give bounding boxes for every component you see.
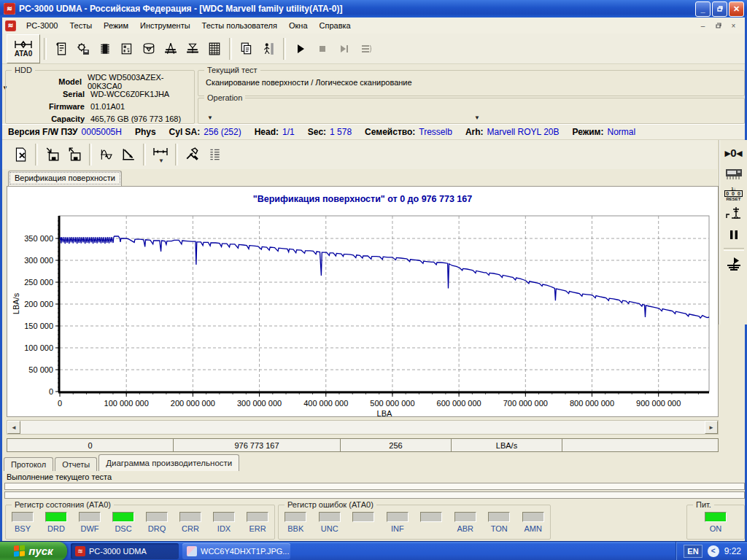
- pause-button[interactable]: [722, 225, 746, 244]
- x-tick-label: 100 000 000: [104, 399, 149, 408]
- led-label: DWF: [80, 524, 98, 533]
- taskbar-task-2[interactable]: WCC6Y4DHXT1P.JPG...: [182, 543, 290, 559]
- stop-test-button[interactable]: [311, 36, 333, 62]
- power-group: Пит. ON: [686, 505, 745, 540]
- user-exit-button[interactable]: [258, 36, 279, 62]
- grid-table-button[interactable]: [204, 36, 225, 62]
- chart-scrollbar[interactable]: ◄ ►: [7, 420, 719, 435]
- operation-dropdown2-icon[interactable]: ▼: [474, 114, 480, 121]
- power-legend: Пит.: [693, 500, 714, 509]
- led-indicator: [146, 512, 168, 522]
- status-item: Sec:1 578: [308, 127, 352, 137]
- ata0-port-button[interactable]: ATA0: [7, 34, 40, 63]
- chart-settings-button[interactable]: [182, 143, 204, 166]
- y-tick-label: 200 000: [24, 300, 53, 308]
- menu-item-инструменты[interactable]: Инструменты: [134, 19, 196, 32]
- clock: 9:22: [724, 546, 741, 556]
- register-led-cell: ERR: [242, 512, 273, 533]
- led-label: UNC: [321, 524, 338, 533]
- mdi-restore-button[interactable]: [711, 20, 725, 32]
- led-label: CRR: [182, 524, 199, 533]
- start-button[interactable]: пуск: [0, 542, 67, 560]
- language-indicator[interactable]: EN: [684, 545, 702, 558]
- taskbar-task-1[interactable]: ≋PC-3000 UDMA: [71, 543, 179, 559]
- footer-cell: LBA/s: [452, 438, 562, 452]
- pci-card-button[interactable]: [722, 164, 746, 183]
- power-drive-button[interactable]: [722, 254, 746, 273]
- test-compass-button[interactable]: [160, 36, 182, 62]
- run-test-button[interactable]: [290, 36, 311, 62]
- start-label: пуск: [28, 545, 53, 557]
- hide-icons-button[interactable]: <: [708, 545, 719, 557]
- system-tray: EN < 9:22: [676, 542, 747, 560]
- hdd-info-group: HDD ModelWDC WD5003AZEX-00K3CA0SerialWD-…: [5, 70, 195, 124]
- wave-chart-icon: [99, 147, 114, 162]
- range-dropdown-icon[interactable]: ▼: [158, 158, 164, 164]
- led-label: DSC: [115, 524, 131, 533]
- hdd-fields: ModelWDC WD5003AZEX-00K3CA0SerialWD-WCC6…: [6, 71, 194, 125]
- range-select-button[interactable]: ▼: [150, 143, 171, 166]
- status-item-value: Tresselb: [419, 127, 452, 137]
- y-tick-label: 50 000: [28, 365, 53, 374]
- funnel-icon: [186, 42, 199, 55]
- status-item-label: Sec:: [308, 127, 326, 137]
- save-data-button[interactable]: [42, 143, 63, 166]
- menu-item-окна[interactable]: Окна: [283, 19, 314, 32]
- status-item: Cyl SA:256 (252): [169, 127, 241, 137]
- step-test-button[interactable]: [333, 36, 355, 62]
- wave-view-button[interactable]: [96, 143, 117, 166]
- scroll-left-button[interactable]: ◄: [7, 421, 20, 434]
- led-label: ERR: [249, 524, 266, 533]
- copy-reports-button[interactable]: [236, 36, 258, 62]
- utility-report-button[interactable]: [50, 36, 72, 62]
- minimize-button[interactable]: _: [695, 1, 711, 17]
- task-queue-button[interactable]: [355, 36, 377, 62]
- close-button[interactable]: ✕: [729, 1, 744, 17]
- utility-settings-button[interactable]: [72, 36, 94, 62]
- tools-icon: [185, 147, 200, 162]
- hdd-field-row: Firmware01.01A01: [6, 100, 194, 112]
- bottom-tab-2[interactable]: Отчеты: [55, 457, 97, 471]
- menu-item-режим[interactable]: Режим: [98, 19, 134, 32]
- progress-bar-current: [4, 483, 745, 490]
- bottom-tab-1[interactable]: Протокол: [4, 457, 53, 471]
- terminal-probe-button[interactable]: [722, 205, 746, 224]
- operation-dropdown-icon[interactable]: ▼: [207, 114, 213, 121]
- floppy-out-icon: [67, 147, 82, 162]
- hdd-field-row: ModelWDC WD5003AZEX-00K3CA0: [6, 75, 194, 88]
- queue-icon: [360, 43, 373, 55]
- mdi-close-button[interactable]: ×: [727, 20, 740, 32]
- operation-group: Operation ▼ ▼: [198, 98, 745, 124]
- restore-button[interactable]: [712, 1, 727, 17]
- x-tick-label: 200 000 000: [171, 399, 215, 408]
- menu-item-pc-3000[interactable]: PC-3000: [20, 19, 63, 32]
- register-led-cell: DRD: [41, 512, 71, 533]
- status-item: Семейство:Tresselb: [365, 127, 452, 137]
- y-tick-label: 350 000: [24, 234, 53, 243]
- menu-item-справка[interactable]: Справка: [314, 19, 357, 32]
- mdi-minimize-button[interactable]: –: [696, 20, 710, 32]
- task-icon: [187, 546, 197, 556]
- funnel-test-button[interactable]: [182, 36, 204, 62]
- chart-title: "Верификация поверхности" от 0 до 976 77…: [7, 194, 718, 204]
- chip-button[interactable]: [94, 36, 116, 62]
- tab-surface-verification[interactable]: Верификация поверхности: [8, 171, 122, 186]
- recalibrate-button[interactable]: ▸0◂: [722, 144, 746, 163]
- reset-button[interactable]: 1↓0 0 0RESET: [722, 184, 746, 203]
- menu-bar: ≋ PC-3000ТестыРежимИнструментыТесты поль…: [2, 18, 745, 34]
- scroll-right-button[interactable]: ►: [705, 421, 718, 434]
- slope-view-button[interactable]: [117, 143, 139, 166]
- clear-report-button[interactable]: [9, 143, 31, 166]
- menu-item-тесты пользователя[interactable]: Тесты пользователя: [196, 19, 283, 32]
- parameters-button[interactable]: [204, 143, 225, 166]
- database-button[interactable]: [138, 36, 160, 62]
- plot-area: [59, 216, 709, 392]
- menu-item-тесты[interactable]: Тесты: [63, 19, 98, 32]
- resources-button[interactable]: [116, 36, 138, 62]
- load-data-button[interactable]: [63, 143, 85, 166]
- hdd-field-value: WDC WD5003AZEX-00K3CA0: [88, 73, 194, 90]
- progress-bar-total: [4, 491, 745, 499]
- register-led-cell: CRR: [175, 512, 206, 533]
- bottom-tab-3[interactable]: Диаграмма производительности: [98, 454, 239, 471]
- play-icon: [295, 43, 306, 55]
